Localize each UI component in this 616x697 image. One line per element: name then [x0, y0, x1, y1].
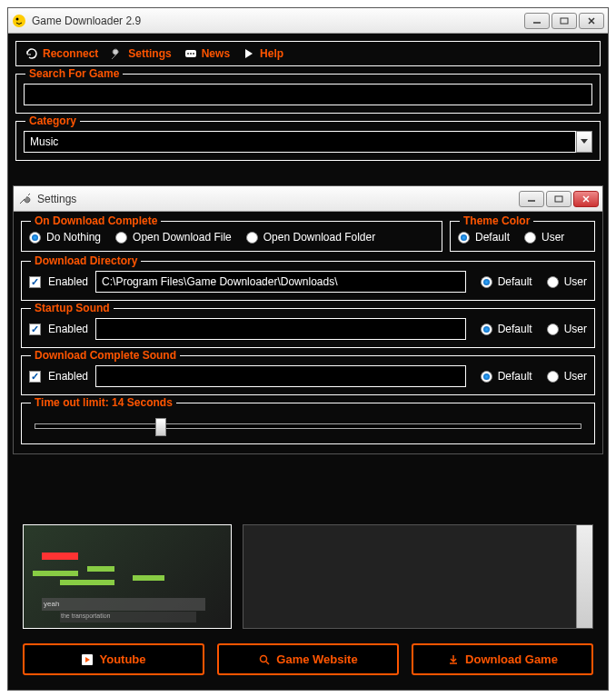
settings-maximize-button[interactable]	[546, 191, 571, 207]
on-complete-label: On Download Complete	[31, 214, 161, 227]
theme-default-label: Default	[475, 231, 510, 244]
open-file-radio[interactable]	[115, 232, 127, 244]
on-complete-group: On Download Complete Do Nothing Open Dow…	[21, 221, 442, 252]
settings-titlebar[interactable]: Settings	[14, 186, 602, 212]
action-buttons: Youtube Game Website Download Game	[15, 636, 601, 682]
download-label: Download Game	[465, 652, 558, 666]
theme-color-label: Theme Color	[460, 214, 533, 227]
download-icon	[447, 653, 460, 666]
help-label: Help	[260, 47, 283, 60]
theme-color-group: Theme Color Default User	[450, 221, 595, 252]
complete-default-label: Default	[498, 370, 532, 383]
main-toolbar: Reconnect Settings News Help	[15, 41, 601, 66]
directory-enabled-label: Enabled	[48, 275, 88, 288]
news-label: News	[202, 47, 230, 60]
complete-default-radio[interactable]	[481, 371, 492, 383]
directory-path-input[interactable]	[95, 271, 466, 293]
svg-marker-9	[581, 139, 588, 144]
reconnect-icon	[25, 47, 38, 60]
svg-point-1	[16, 17, 19, 20]
theme-default-radio[interactable]	[458, 232, 470, 244]
startup-user-label: User	[564, 323, 587, 335]
svg-point-6	[190, 53, 192, 55]
search-group-label: Search For Game	[25, 67, 123, 80]
startup-sound-input[interactable]	[95, 318, 466, 340]
website-button[interactable]: Game Website	[217, 643, 399, 675]
maximize-button[interactable]	[551, 13, 577, 29]
play-icon	[81, 653, 94, 666]
svg-point-7	[193, 53, 194, 55]
reconnect-label: Reconnect	[43, 47, 98, 60]
description-scrollbar[interactable]	[576, 525, 592, 628]
settings-close-button[interactable]	[573, 191, 599, 207]
open-folder-radio[interactable]	[246, 232, 258, 244]
open-folder-label: Open Download Folder	[263, 231, 375, 244]
search-input[interactable]	[24, 84, 592, 105]
preview-row: yeah the transportation	[15, 524, 601, 636]
settings-button[interactable]: Settings	[111, 47, 171, 60]
startup-default-radio[interactable]	[481, 324, 492, 335]
directory-user-radio[interactable]	[547, 276, 559, 288]
website-label: Game Website	[276, 652, 357, 666]
timeout-label: Time out limit: 14 Seconds	[31, 396, 176, 409]
reconnect-button[interactable]: Reconnect	[25, 47, 98, 60]
settings-window-icon	[17, 192, 32, 206]
directory-default-label: Default	[498, 275, 532, 288]
do-nothing-radio[interactable]	[29, 232, 41, 244]
complete-sound-group: Download Complete Sound ✓ Enabled Defaul…	[21, 355, 595, 395]
complete-sound-input[interactable]	[95, 365, 466, 387]
category-group-label: Category	[25, 115, 80, 127]
svg-point-0	[13, 15, 25, 27]
minimize-button[interactable]	[524, 13, 550, 29]
settings-label: Settings	[128, 47, 171, 60]
svg-point-5	[187, 53, 189, 55]
news-icon	[184, 47, 197, 60]
startup-enabled-label: Enabled	[48, 323, 88, 335]
svg-line-13	[266, 662, 269, 664]
theme-user-label: User	[541, 231, 564, 244]
startup-user-radio[interactable]	[547, 324, 559, 335]
timeout-group: Time out limit: 14 Seconds	[21, 403, 595, 444]
youtube-button[interactable]: Youtube	[23, 643, 204, 675]
main-title: Game Downloader 2.9	[32, 15, 524, 27]
directory-group: Download Directory ✓ Enabled Default Use…	[21, 261, 595, 301]
settings-minimize-button[interactable]	[519, 191, 544, 207]
complete-user-radio[interactable]	[547, 371, 559, 383]
startup-default-label: Default	[498, 323, 532, 335]
category-group: Category	[15, 121, 601, 161]
close-button[interactable]	[579, 13, 604, 29]
settings-title: Settings	[37, 193, 519, 205]
main-titlebar[interactable]: Game Downloader 2.9	[8, 8, 608, 34]
timeout-slider[interactable]	[35, 423, 581, 429]
description-panel	[243, 524, 593, 629]
directory-user-label: User	[564, 275, 587, 288]
help-icon	[243, 47, 255, 60]
news-button[interactable]: News	[184, 47, 230, 60]
complete-user-label: User	[564, 370, 587, 383]
search-group: Search For Game	[15, 74, 601, 114]
directory-default-radio[interactable]	[481, 276, 492, 288]
timeout-slider-thumb[interactable]	[155, 418, 166, 436]
startup-enabled-check[interactable]: ✓	[29, 324, 41, 335]
help-button[interactable]: Help	[243, 47, 283, 60]
youtube-label: Youtube	[99, 652, 145, 666]
svg-marker-8	[245, 49, 253, 58]
wrench-icon	[111, 47, 124, 60]
download-button[interactable]: Download Game	[412, 643, 593, 675]
svg-point-12	[261, 655, 267, 662]
complete-enabled-check[interactable]: ✓	[29, 371, 41, 383]
category-dropdown-button[interactable]	[576, 131, 592, 153]
complete-enabled-label: Enabled	[48, 370, 88, 383]
open-file-label: Open Download File	[133, 231, 232, 244]
app-icon	[12, 14, 26, 28]
search-icon	[258, 653, 271, 666]
svg-rect-15	[555, 196, 562, 202]
directory-enabled-check[interactable]: ✓	[29, 276, 41, 288]
category-select[interactable]	[24, 131, 576, 153]
theme-user-radio[interactable]	[524, 232, 536, 244]
do-nothing-label: Do Nothing	[46, 231, 101, 244]
game-thumbnail[interactable]: yeah the transportation	[23, 524, 232, 629]
settings-window: Settings On Download Complete Do Nothing…	[13, 185, 603, 454]
startup-sound-label: Startup Sound	[31, 302, 114, 314]
startup-sound-group: Startup Sound ✓ Enabled Default User	[21, 308, 595, 348]
